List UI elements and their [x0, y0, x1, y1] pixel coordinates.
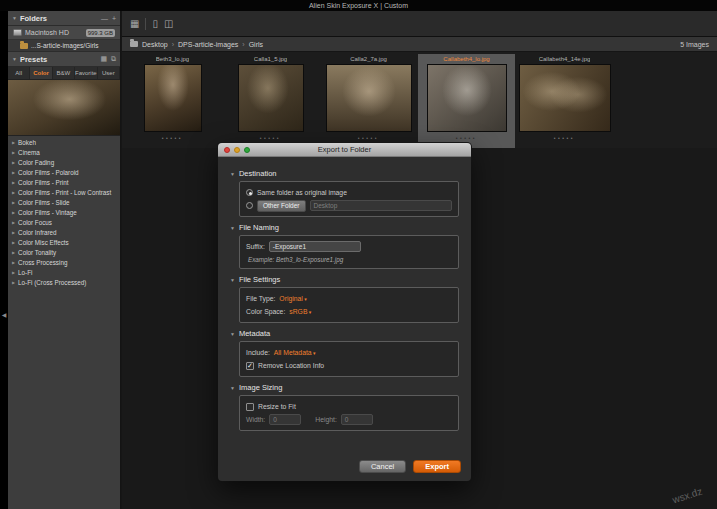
preset-category-color-films-print-low-contrast[interactable]: ▶Color Films - Print - Low Contrast [8, 187, 120, 197]
preset-expand-icon[interactable]: ⧉ [111, 55, 116, 63]
file-settings-section-header[interactable]: ▼ File Settings [230, 275, 459, 284]
same-folder-radio[interactable] [246, 189, 253, 196]
metadata-section-header[interactable]: ▼ Metadata [230, 329, 459, 338]
star-rating[interactable]: ••••• [260, 134, 281, 142]
thumbnail-image[interactable] [144, 64, 202, 132]
presets-panel-header[interactable]: ▼ Presets ▦ ⧉ [8, 52, 120, 67]
thumbnail-filename: Calla1_5.jpg [254, 55, 287, 63]
thumbnail-image[interactable] [238, 64, 304, 132]
image-count-label: 5 Images [680, 41, 709, 48]
minimize-icon[interactable] [234, 147, 240, 153]
color-space-dropdown[interactable]: sRGB [289, 308, 311, 315]
chevron-right-icon: ▶ [12, 210, 15, 215]
close-icon[interactable] [224, 147, 230, 153]
export-button[interactable]: Export [413, 460, 461, 473]
breadcrumb-desktop[interactable]: Desktop [142, 41, 168, 48]
breadcrumb-dps-article-images[interactable]: DPS-article-images [178, 41, 238, 48]
file-type-dropdown[interactable]: Original [279, 295, 306, 302]
chevron-right-icon: ▶ [12, 190, 15, 195]
preset-grid-icon[interactable]: ▦ [100, 55, 107, 63]
star-rating[interactable]: ••••• [358, 134, 379, 142]
metadata-include-dropdown[interactable]: All Metadata [274, 349, 316, 356]
preset-category-cinema[interactable]: ▶Cinema [8, 147, 120, 157]
folders-panel-header[interactable]: ▼ Folders — + [8, 11, 120, 26]
tab-color[interactable]: Color [30, 67, 52, 79]
preset-category-color-fading[interactable]: ▶Color Fading [8, 157, 120, 167]
preset-category-color-films-vintage[interactable]: ▶Color Films - Vintage [8, 207, 120, 217]
preset-category-color-films-slide[interactable]: ▶Color Films - Slide [8, 197, 120, 207]
add-folder-icon[interactable]: + [112, 15, 116, 22]
preset-category-lofi[interactable]: ▶Lo-Fi [8, 267, 120, 277]
single-image-view-icon[interactable]: ▯ [152, 19, 158, 29]
chevron-right-icon: ▶ [12, 160, 15, 165]
preset-category-color-films-polaroid[interactable]: ▶Color Films - Polaroid [8, 167, 120, 177]
preset-category-list: ▶Bokeh ▶Cinema ▶Color Fading ▶Color Film… [8, 136, 120, 287]
resize-to-fit-label: Resize to Fit [258, 403, 296, 410]
thumbnail-image[interactable] [519, 64, 611, 132]
preset-category-cross-processing[interactable]: ▶Cross Processing [8, 257, 120, 267]
star-rating[interactable]: ••••• [554, 134, 575, 142]
chevron-down-icon: ▼ [230, 225, 235, 231]
chevron-right-icon: ▶ [12, 170, 15, 175]
tab-favorite[interactable]: Favorite [75, 67, 98, 79]
other-folder-radio[interactable] [246, 202, 253, 209]
thumbnail-image[interactable] [326, 64, 412, 132]
folder-icon [20, 43, 28, 49]
thumbnail-cell-4-selected[interactable]: Callabeth4_lo.jpg ••••• [418, 54, 515, 148]
preset-category-lofi-cross-processed[interactable]: ▶Lo-Fi (Cross Processed) [8, 277, 120, 287]
thumbnail-image[interactable] [427, 64, 507, 132]
tab-all[interactable]: All [8, 67, 30, 79]
grid-view-icon[interactable]: ▦ [130, 19, 139, 29]
remove-location-checkbox[interactable] [246, 362, 254, 370]
preset-preview-image[interactable] [8, 80, 120, 136]
dialog-footer: Cancel Export [359, 460, 461, 473]
volume-row[interactable]: Macintosh HD 999.3 GB [8, 26, 120, 40]
include-label: Include: [246, 349, 270, 356]
current-folder-row[interactable]: ...S-article-images/Girls [8, 40, 120, 52]
preset-category-color-focus[interactable]: ▶Color Focus [8, 217, 120, 227]
star-rating[interactable]: ••••• [456, 134, 477, 142]
preset-category-color-infrared[interactable]: ▶Color Infrared [8, 227, 120, 237]
resize-to-fit-checkbox[interactable] [246, 403, 254, 411]
chevron-right-icon: ▶ [12, 250, 15, 255]
dialog-titlebar[interactable]: Export to Folder [218, 143, 471, 157]
collapse-left-icon[interactable]: ◀ [0, 311, 8, 318]
file-naming-section-box: Suffix: -Exposure1 Example: Beth3_lo-Exp… [239, 235, 459, 269]
folders-disclosure-icon[interactable]: ▼ [12, 15, 17, 21]
presets-disclosure-icon[interactable]: ▼ [12, 56, 17, 62]
preset-category-color-tonality[interactable]: ▶Color Tonality [8, 247, 120, 257]
other-folder-button[interactable]: Other Folder [257, 200, 306, 212]
tab-bw[interactable]: B&W [53, 67, 75, 79]
height-input[interactable]: 0 [341, 414, 373, 425]
breadcrumb-separator: › [172, 41, 174, 48]
preset-category-bokeh[interactable]: ▶Bokeh [8, 137, 120, 147]
thumbnail-cell-1[interactable]: Beth3_lo.jpg ••••• [124, 54, 221, 148]
thumbnail-cell-2[interactable]: Calla1_5.jpg ••••• [222, 54, 319, 148]
breadcrumb-folder-icon [130, 41, 138, 47]
chevron-right-icon: ▶ [12, 240, 15, 245]
filmstrip-view-icon[interactable]: ◫ [164, 19, 173, 29]
remove-folder-icon[interactable]: — [101, 15, 108, 22]
zoom-icon[interactable] [244, 147, 250, 153]
sidebar: ▼ Folders — + Macintosh HD 999.3 GB ...S… [8, 11, 121, 509]
preset-category-color-films-print[interactable]: ▶Color Films - Print [8, 177, 120, 187]
file-naming-section-header[interactable]: ▼ File Naming [230, 223, 459, 232]
cancel-button[interactable]: Cancel [359, 460, 406, 473]
preset-category-color-misc-effects[interactable]: ▶Color Misc Effects [8, 237, 120, 247]
metadata-section-box: Include: All Metadata Remove Location In… [239, 341, 459, 377]
star-rating[interactable]: ••••• [162, 134, 183, 142]
width-input[interactable]: 0 [269, 414, 301, 425]
suffix-input[interactable]: -Exposure1 [269, 241, 361, 252]
destination-section-header[interactable]: ▼ Destination [230, 169, 459, 178]
menu-bar: Alien Skin Exposure X | Custom [0, 0, 717, 11]
panel-collapse-strip[interactable]: ◀ [0, 11, 8, 509]
breadcrumb-girls[interactable]: Girls [249, 41, 263, 48]
dialog-title: Export to Folder [218, 145, 471, 154]
thumbnail-cell-5[interactable]: Callabeth4_14e.jpg ••••• [516, 54, 613, 148]
tab-user[interactable]: User [98, 67, 120, 79]
image-sizing-section-header[interactable]: ▼ Image Sizing [230, 383, 459, 392]
preset-filter-tabs: All Color B&W Favorite User [8, 67, 120, 80]
thumbnail-cell-3[interactable]: Calla2_7a.jpg ••••• [320, 54, 417, 148]
image-sizing-section-box: Resize to Fit Width: 0 Height: 0 [239, 395, 459, 431]
remove-location-label: Remove Location Info [258, 362, 324, 369]
